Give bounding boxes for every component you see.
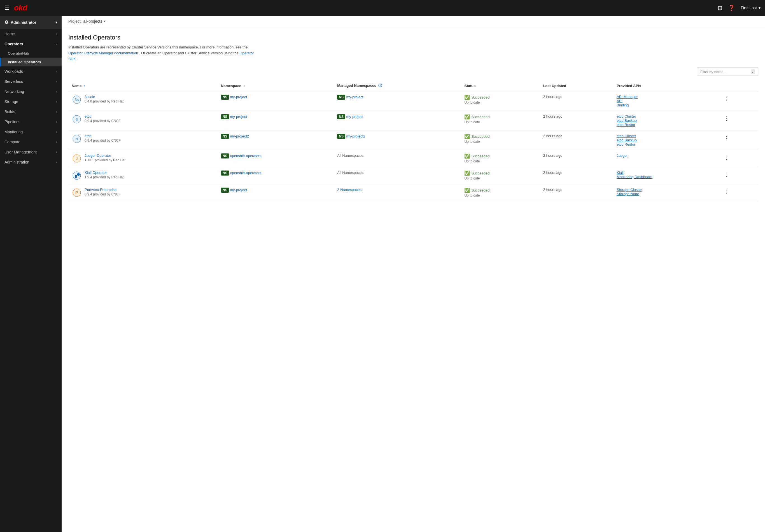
- admin-switcher[interactable]: ⚙ Administrator ▾: [0, 16, 62, 29]
- api-link[interactable]: Binding: [617, 103, 715, 107]
- namespace-link[interactable]: openshift-operators: [230, 154, 261, 158]
- page-description: Installed Operators are represented by C…: [68, 45, 259, 62]
- api-link[interactable]: Storage Node: [617, 192, 715, 196]
- namespace-link[interactable]: my-project2: [230, 134, 249, 138]
- home-chevron-icon: ›: [56, 32, 57, 36]
- api-link[interactable]: API: [617, 99, 715, 103]
- apps-grid-icon[interactable]: ⊞: [718, 4, 722, 11]
- managed-ns-link[interactable]: my-project2: [347, 134, 366, 138]
- col-name[interactable]: Name ↑: [68, 80, 218, 91]
- api-link[interactable]: etcd Restor: [617, 123, 715, 127]
- namespace-badge: NS: [221, 114, 229, 119]
- operator-actions-button[interactable]: ⋮: [722, 114, 731, 123]
- project-value: all-projects: [83, 19, 102, 24]
- operator-name-link[interactable]: Jaeger Operator: [85, 154, 126, 158]
- user-menu[interactable]: First Last ▾: [741, 6, 761, 10]
- status-check-icon: ✅: [464, 114, 470, 120]
- sidebar-monitoring-label: Monitoring: [4, 130, 23, 134]
- project-selector[interactable]: Project: all-projects ▾: [68, 19, 758, 24]
- api-link[interactable]: etcd Cluster: [617, 134, 715, 138]
- sidebar-item-operatorhub[interactable]: OperatorHub: [0, 49, 62, 58]
- pipelines-chevron-icon: ›: [56, 120, 57, 124]
- help-icon[interactable]: ❓: [728, 4, 735, 11]
- operator-actions-button[interactable]: ⋮: [722, 171, 731, 179]
- operator-namespace-cell: NS openshift-operators: [218, 167, 334, 184]
- status-text: Succeeded: [471, 115, 489, 119]
- managed-ns-count-link[interactable]: 2 Namespaces: [337, 188, 362, 192]
- operator-name-cell: 3s 3scale 0.4.0 provided by Red Hat: [68, 91, 218, 111]
- namespace-badge: NS: [221, 95, 229, 100]
- operator-name-info: etcd 0.9.4 provided by CNCF: [85, 114, 121, 123]
- operators-chevron-icon: ›: [55, 43, 59, 45]
- api-link[interactable]: API Manager: [617, 95, 715, 99]
- api-link[interactable]: Storage Cluster: [617, 188, 715, 192]
- filter-by-name-input[interactable]: Filter by name... /: [697, 68, 758, 76]
- operator-managed-ns-cell: NS my-project: [334, 111, 461, 131]
- sidebar-item-networking[interactable]: Networking ›: [0, 87, 62, 97]
- operator-icon: P: [72, 188, 82, 198]
- namespace-link[interactable]: my-project: [230, 188, 247, 192]
- sidebar-item-compute[interactable]: Compute ›: [0, 137, 62, 147]
- namespace-link[interactable]: my-project: [230, 115, 247, 119]
- sidebar-item-monitoring[interactable]: Monitoring ›: [0, 127, 62, 137]
- sidebar-item-pipelines[interactable]: Pipelines ›: [0, 117, 62, 127]
- sidebar-item-workloads[interactable]: Workloads ›: [0, 66, 62, 76]
- operator-version: 0.9.4 provided by CNCF: [85, 139, 121, 143]
- api-link[interactable]: Monitoring Dashboard: [617, 175, 715, 179]
- operator-actions-button[interactable]: ⋮: [722, 154, 731, 162]
- operator-last-updated-cell: 2 hours ago: [540, 167, 613, 184]
- managed-ns-link[interactable]: my-project: [347, 95, 364, 99]
- hamburger-menu[interactable]: ☰: [4, 4, 10, 11]
- project-chevron-icon: ▾: [104, 19, 106, 23]
- operator-actions-button[interactable]: ⋮: [722, 188, 731, 196]
- operator-name-link[interactable]: Kiali Operator: [85, 171, 124, 175]
- svg-rect-9: [75, 175, 77, 178]
- col-status-label: Status: [464, 84, 475, 88]
- svg-text:J: J: [76, 156, 78, 161]
- operator-apis-cell: API ManagerAPIBinding: [613, 91, 718, 111]
- operator-name-link[interactable]: etcd: [85, 134, 121, 138]
- col-managed-namespaces[interactable]: Managed Namespaces ⓘ: [334, 80, 461, 91]
- operator-name-link[interactable]: Portworx Enterprise: [85, 188, 121, 192]
- operator-actions-cell: ⋮: [718, 184, 758, 201]
- project-label: Project:: [68, 19, 82, 24]
- api-link[interactable]: etcd Backup: [617, 119, 715, 123]
- status-text: Succeeded: [471, 171, 489, 175]
- operator-name-cell: Kiali Operator 1.9.4 provided by Red Hat: [68, 167, 218, 184]
- sidebar-storage-label: Storage: [4, 99, 18, 104]
- lifecycle-manager-link[interactable]: Operator Lifecycle Manager documentation: [68, 51, 138, 55]
- api-link[interactable]: Kiali: [617, 171, 715, 175]
- api-link[interactable]: etcd Cluster: [617, 114, 715, 119]
- operator-status: ✅ Succeeded: [464, 188, 536, 193]
- sidebar-item-home[interactable]: Home ›: [0, 29, 62, 39]
- managed-ns-link[interactable]: my-project: [347, 115, 364, 119]
- operator-actions-button[interactable]: ⋮: [722, 95, 731, 103]
- operator-icon: 3s: [72, 95, 82, 105]
- table-row: Kiali Operator 1.9.4 provided by Red Hat…: [68, 167, 758, 184]
- api-link[interactable]: Jaeger: [617, 154, 715, 158]
- main-content-area: Project: all-projects ▾ Installed Operat…: [62, 16, 765, 532]
- namespace-link[interactable]: openshift-operators: [230, 171, 261, 175]
- managed-ns-info-icon[interactable]: ⓘ: [378, 83, 382, 88]
- sidebar-item-user-management[interactable]: User Management ›: [0, 147, 62, 157]
- operator-actions-button[interactable]: ⋮: [722, 134, 731, 142]
- operator-status-cell: ✅ Succeeded Up to date: [461, 131, 539, 150]
- sidebar-item-storage[interactable]: Storage ›: [0, 97, 62, 107]
- operator-actions-cell: ⋮: [718, 111, 758, 131]
- table-row: P Portworx Enterprise 0.9.4 provided by …: [68, 184, 758, 201]
- okd-logo: okd: [14, 3, 27, 12]
- sidebar-item-builds[interactable]: Builds ›: [0, 107, 62, 117]
- sidebar-item-administration[interactable]: Administration ›: [0, 157, 62, 167]
- operator-name-link[interactable]: 3scale: [85, 95, 124, 99]
- namespace-link[interactable]: my-project: [230, 95, 247, 99]
- col-namespace[interactable]: Namespace ↕: [218, 80, 334, 91]
- admin-label: Administrator: [11, 20, 36, 25]
- sidebar-item-serverless[interactable]: Serverless ›: [0, 76, 62, 87]
- sidebar-item-installed-operators[interactable]: Installed Operators: [0, 58, 62, 66]
- api-link[interactable]: etcd Backup: [617, 138, 715, 142]
- api-link[interactable]: etcd Restor: [617, 142, 715, 147]
- operator-name-info: etcd 0.9.4 provided by CNCF: [85, 134, 121, 143]
- sidebar-item-operators[interactable]: Operators ›: [0, 39, 62, 49]
- operator-namespace-cell: NS my-project2: [218, 131, 334, 150]
- operator-name-link[interactable]: etcd: [85, 114, 121, 119]
